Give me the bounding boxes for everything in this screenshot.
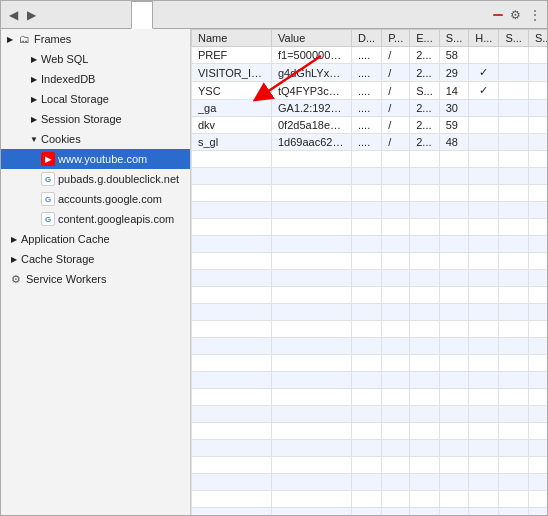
cell-http [469, 117, 499, 134]
cell-name: PREF [192, 47, 272, 64]
more-options-icon[interactable]: ⋮ [527, 7, 543, 23]
cell-value: 0f2d5a18e1d96de5... [272, 117, 352, 134]
empty-row [192, 338, 548, 355]
sidebar-item-local-storage[interactable]: Local Storage [1, 89, 190, 109]
col-domain[interactable]: D... [352, 30, 382, 47]
tab-elements[interactable] [43, 1, 65, 29]
empty-row [192, 202, 548, 219]
frames-triangle-icon [5, 34, 15, 44]
forward-icon[interactable]: ▶ [23, 7, 39, 23]
cache-storage-label: Cache Storage [21, 253, 94, 265]
error-badge [493, 14, 503, 16]
sidebar-item-web-sql[interactable]: Web SQL [1, 49, 190, 69]
pubads-favicon-icon: G [41, 172, 55, 186]
cell-secure [499, 117, 529, 134]
cell-samesi [528, 47, 547, 64]
cell-http: ✓ [469, 82, 499, 100]
local-storage-label: Local Storage [41, 93, 109, 105]
sidebar-item-accounts-google[interactable]: G accounts.google.com [1, 189, 190, 209]
sidebar-item-service-workers[interactable]: ⚙ Service Workers [1, 269, 190, 289]
cell-http [469, 134, 499, 151]
col-size[interactable]: S... [439, 30, 469, 47]
cell-path: / [382, 47, 410, 64]
cell-path: / [382, 82, 410, 100]
cell-domain: .... [352, 117, 382, 134]
content-area: Name Value D... P... E... S... H... S...… [191, 29, 547, 516]
sidebar-item-cache-storage[interactable]: Cache Storage [1, 249, 190, 269]
content-googleapis-favicon-icon: G [41, 212, 55, 226]
cell-expires: 2... [410, 64, 440, 82]
tab-sources[interactable] [87, 1, 109, 29]
cell-http: ✓ [469, 64, 499, 82]
cell-size: 59 [439, 117, 469, 134]
table-row[interactable]: VISITOR_INF...g4dGhLYxP5g..../2...29✓ [192, 64, 548, 82]
cell-value: tQ4FYP3cdBk [272, 82, 352, 100]
cell-value: f1=50000000&HID... [272, 47, 352, 64]
table-row[interactable]: YSCtQ4FYP3cdBk..../S...14✓ [192, 82, 548, 100]
cell-size: 29 [439, 64, 469, 82]
sidebar-item-indexed-db[interactable]: IndexedDB [1, 69, 190, 89]
cell-path: / [382, 117, 410, 134]
gear-icon: ⚙ [9, 272, 23, 286]
table-row[interactable]: PREFf1=50000000&HID......./2...58 [192, 47, 548, 64]
more-tabs-button[interactable] [153, 11, 165, 19]
col-samesite[interactable]: S... [528, 30, 547, 47]
empty-row [192, 474, 548, 491]
empty-row [192, 287, 548, 304]
tab-resources[interactable] [131, 1, 153, 29]
sidebar-item-application-cache[interactable]: Application Cache [1, 229, 190, 249]
toolbar-right: ⚙ ⋮ [489, 7, 543, 23]
cell-name: YSC [192, 82, 272, 100]
nav-icons: ◀ ▶ [5, 7, 39, 23]
col-expires[interactable]: E... [410, 30, 440, 47]
empty-row [192, 440, 548, 457]
tab-network[interactable] [109, 1, 131, 29]
settings-icon[interactable]: ⚙ [507, 7, 523, 23]
sidebar-item-pubads[interactable]: G pubads.g.doubleclick.net [1, 169, 190, 189]
cell-http [469, 100, 499, 117]
cell-size: 30 [439, 100, 469, 117]
col-path[interactable]: P... [382, 30, 410, 47]
websql-triangle-icon [29, 54, 39, 64]
content-googleapis-label: content.googleapis.com [58, 213, 174, 225]
col-name[interactable]: Name [192, 30, 272, 47]
col-secure[interactable]: S... [499, 30, 529, 47]
cell-expires: 2... [410, 134, 440, 151]
col-value[interactable]: Value [272, 30, 352, 47]
web-sql-label: Web SQL [41, 53, 89, 65]
cell-samesi [528, 64, 547, 82]
cell-size: 14 [439, 82, 469, 100]
sidebar-item-cookies[interactable]: Cookies [1, 129, 190, 149]
empty-row [192, 508, 548, 517]
cell-domain: .... [352, 134, 382, 151]
cell-value: 1d69aac621b2f9c0... [272, 134, 352, 151]
table-row[interactable]: dkv0f2d5a18e1d96de5......./2...59 [192, 117, 548, 134]
cookies-label: Cookies [41, 133, 81, 145]
tab-console[interactable] [65, 1, 87, 29]
back-icon[interactable]: ◀ [5, 7, 21, 23]
col-http[interactable]: H... [469, 30, 499, 47]
cell-secure [499, 100, 529, 117]
empty-row [192, 168, 548, 185]
accounts-google-favicon-icon: G [41, 192, 55, 206]
empty-row [192, 253, 548, 270]
table-row[interactable]: _gaGA1.2:1927572438......./2...30 [192, 100, 548, 117]
cell-domain: .... [352, 64, 382, 82]
cell-expires: 2... [410, 100, 440, 117]
sidebar-item-youtube[interactable]: ▶ www.youtube.com [1, 149, 190, 169]
cell-value: g4dGhLYxP5g [272, 64, 352, 82]
cell-domain: .... [352, 47, 382, 64]
cell-domain: .... [352, 100, 382, 117]
sidebar-item-session-storage[interactable]: Session Storage [1, 109, 190, 129]
appcache-triangle-icon [9, 234, 19, 244]
sidebar-item-content-googleapis[interactable]: G content.googleapis.com [1, 209, 190, 229]
frames-label: Frames [34, 33, 71, 45]
table-row[interactable]: s_gl1d69aac621b2f9c0......./2...48 [192, 134, 548, 151]
sidebar-item-frames[interactable]: 🗂 Frames [1, 29, 190, 49]
cell-name: _ga [192, 100, 272, 117]
empty-row [192, 151, 548, 168]
cell-samesi [528, 117, 547, 134]
indexed-db-label: IndexedDB [41, 73, 95, 85]
empty-row [192, 185, 548, 202]
cell-samesi [528, 134, 547, 151]
